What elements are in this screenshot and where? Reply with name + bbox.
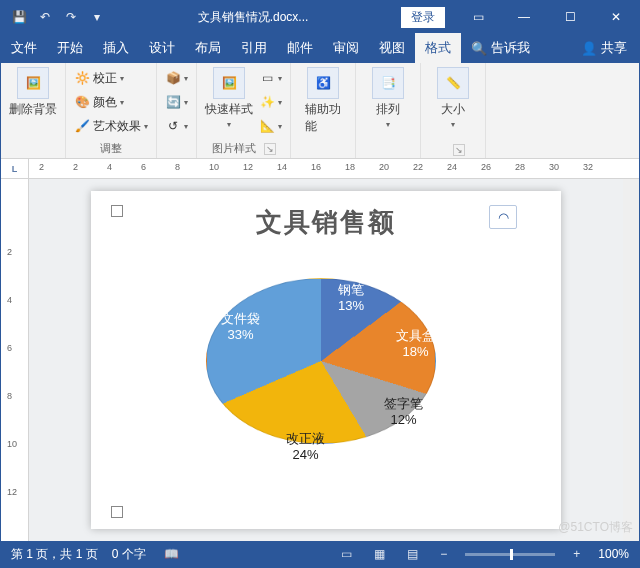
pic-layout-button[interactable]: 📐▾ xyxy=(259,115,282,137)
chart-title: 文具销售额 xyxy=(111,205,541,240)
pic-border-button[interactable]: ▭▾ xyxy=(259,67,282,89)
watermark: @51CTO博客 xyxy=(558,519,633,536)
ribbon: 🖼️ 删除背景 🔆校正▾ 🎨颜色▾ 🖌️艺术效果▾ 调整 📦▾ 🔄▾ ↺▾ xyxy=(1,63,639,159)
login-button[interactable]: 登录 xyxy=(401,7,445,28)
artistic-icon: 🖌️ xyxy=(74,118,90,134)
redo-icon[interactable]: ↷ xyxy=(63,9,79,25)
reset-pic-button[interactable]: ↺▾ xyxy=(165,115,188,137)
search-icon: 🔍 xyxy=(471,41,487,56)
accessibility-icon: ♿ xyxy=(307,67,339,99)
pie-chart[interactable]: 钢笔13% 文具盒18% 签字笔12% 改正液24% 文件袋33% xyxy=(166,256,486,506)
app-window: 💾 ↶ ↷ ▾ 文具销售情况.docx... 登录 ▭ — ☐ ✕ 文件 开始 … xyxy=(0,0,640,568)
slice-label-correction: 改正液24% xyxy=(286,431,325,462)
status-bar: 第 1 页，共 1 页 0 个字 📖 ▭ ▦ ▤ − + 100% xyxy=(1,541,639,567)
pic-effects-button[interactable]: ✨▾ xyxy=(259,91,282,113)
compress-icon: 📦 xyxy=(165,70,181,86)
document-title: 文具销售情况.docx... xyxy=(115,9,391,26)
tab-references[interactable]: 引用 xyxy=(231,33,277,63)
compress-button[interactable]: 📦▾ xyxy=(165,67,188,89)
vertical-ruler[interactable]: 24681012 xyxy=(1,179,29,541)
close-icon[interactable]: ✕ xyxy=(593,1,639,33)
corrections-icon: 🔆 xyxy=(74,70,90,86)
slice-label-box: 文具盒18% xyxy=(396,328,435,359)
zoom-level[interactable]: 100% xyxy=(598,547,629,561)
color-button[interactable]: 🎨颜色▾ xyxy=(74,91,124,113)
web-layout-icon[interactable]: ▤ xyxy=(403,547,422,561)
corrections-button[interactable]: 🔆校正▾ xyxy=(74,67,124,89)
minimize-icon[interactable]: — xyxy=(501,1,547,33)
group-accessibility: ♿辅助功 能 xyxy=(291,63,356,158)
tab-mailings[interactable]: 邮件 xyxy=(277,33,323,63)
artistic-button[interactable]: 🖌️艺术效果▾ xyxy=(74,115,148,137)
layout-options-icon[interactable]: ◠ xyxy=(489,205,517,229)
quick-styles-button[interactable]: 🖼️ 快速样式▾ xyxy=(205,67,253,129)
spellcheck-icon[interactable]: 📖 xyxy=(160,547,183,561)
remove-background-button[interactable]: 🖼️ 删除背景 xyxy=(9,67,57,118)
tab-format[interactable]: 格式 xyxy=(415,33,461,63)
print-layout-icon[interactable]: ▦ xyxy=(370,547,389,561)
qat-more-icon[interactable]: ▾ xyxy=(89,9,105,25)
arrange-icon: 📑 xyxy=(372,67,404,99)
vertical-scrollbar[interactable] xyxy=(623,179,639,541)
title-bar: 💾 ↶ ↷ ▾ 文具销售情况.docx... 登录 ▭ — ☐ ✕ xyxy=(1,1,639,33)
page-indicator[interactable]: 第 1 页，共 1 页 xyxy=(11,546,98,563)
share-icon: 👤 xyxy=(581,41,597,56)
tab-layout[interactable]: 布局 xyxy=(185,33,231,63)
group-remove-bg: 🖼️ 删除背景 xyxy=(1,63,66,158)
dialog-launcher-icon[interactable]: ↘ xyxy=(264,143,276,155)
slice-label-signpen: 签字笔12% xyxy=(384,396,423,427)
word-count[interactable]: 0 个字 xyxy=(112,546,146,563)
remove-bg-icon: 🖼️ xyxy=(17,67,49,99)
quick-access-toolbar: 💾 ↶ ↷ ▾ xyxy=(1,9,115,25)
group-arrange: 📑排列▾ xyxy=(356,63,421,158)
group-size: 📏大小▾ ↘ xyxy=(421,63,486,158)
ruler-corner: L xyxy=(1,159,29,178)
ribbon-tabs: 文件 开始 插入 设计 布局 引用 邮件 审阅 视图 格式 🔍告诉我 👤共享 xyxy=(1,33,639,63)
undo-icon[interactable]: ↶ xyxy=(37,9,53,25)
reset-icon: ↺ xyxy=(165,118,181,134)
group-picture-styles: 🖼️ 快速样式▾ ▭▾ ✨▾ 📐▾ 图片样式↘ xyxy=(197,63,291,158)
size-icon: 📏 xyxy=(437,67,469,99)
zoom-out-icon[interactable]: − xyxy=(436,547,451,561)
ribbon-options-icon[interactable]: ▭ xyxy=(455,1,501,33)
group-adjust: 🔆校正▾ 🎨颜色▾ 🖌️艺术效果▾ 调整 xyxy=(66,63,157,158)
tab-home[interactable]: 开始 xyxy=(47,33,93,63)
border-icon: ▭ xyxy=(259,70,275,86)
group-adjust-extra: 📦▾ 🔄▾ ↺▾ xyxy=(157,63,197,158)
tab-review[interactable]: 审阅 xyxy=(323,33,369,63)
zoom-slider[interactable] xyxy=(465,553,555,556)
effects-icon: ✨ xyxy=(259,94,275,110)
tab-file[interactable]: 文件 xyxy=(1,33,47,63)
save-icon[interactable]: 💾 xyxy=(11,9,27,25)
color-icon: 🎨 xyxy=(74,94,90,110)
tell-me[interactable]: 🔍告诉我 xyxy=(461,33,540,63)
document-page[interactable]: ◠ 文具销售额 钢笔13% 文具盒18% 签字笔12% 改正液24% 文件袋33… xyxy=(91,191,561,529)
tab-insert[interactable]: 插入 xyxy=(93,33,139,63)
arrange-button[interactable]: 📑排列▾ xyxy=(364,67,412,129)
change-pic-icon: 🔄 xyxy=(165,94,181,110)
zoom-in-icon[interactable]: + xyxy=(569,547,584,561)
change-pic-button[interactable]: 🔄▾ xyxy=(165,91,188,113)
horizontal-ruler[interactable]: L 22468101214161820222426283032 xyxy=(1,159,639,179)
document-area: 24681012 ◠ 文具销售额 钢笔13% 文具盒18% 签字笔12% 改正液… xyxy=(1,179,639,541)
tab-design[interactable]: 设计 xyxy=(139,33,185,63)
read-mode-icon[interactable]: ▭ xyxy=(337,547,356,561)
share-button[interactable]: 👤共享 xyxy=(569,33,639,63)
size-launcher-icon[interactable]: ↘ xyxy=(453,144,465,156)
accessibility-button[interactable]: ♿辅助功 能 xyxy=(299,67,347,135)
size-button[interactable]: 📏大小▾ xyxy=(429,67,477,129)
quick-styles-icon: 🖼️ xyxy=(213,67,245,99)
ruler-scale: 22468101214161820222426283032 xyxy=(29,159,639,178)
slice-label-pen: 钢笔13% xyxy=(338,282,364,313)
maximize-icon[interactable]: ☐ xyxy=(547,1,593,33)
layout-icon: 📐 xyxy=(259,118,275,134)
slice-label-folder: 文件袋33% xyxy=(221,311,260,342)
tab-view[interactable]: 视图 xyxy=(369,33,415,63)
